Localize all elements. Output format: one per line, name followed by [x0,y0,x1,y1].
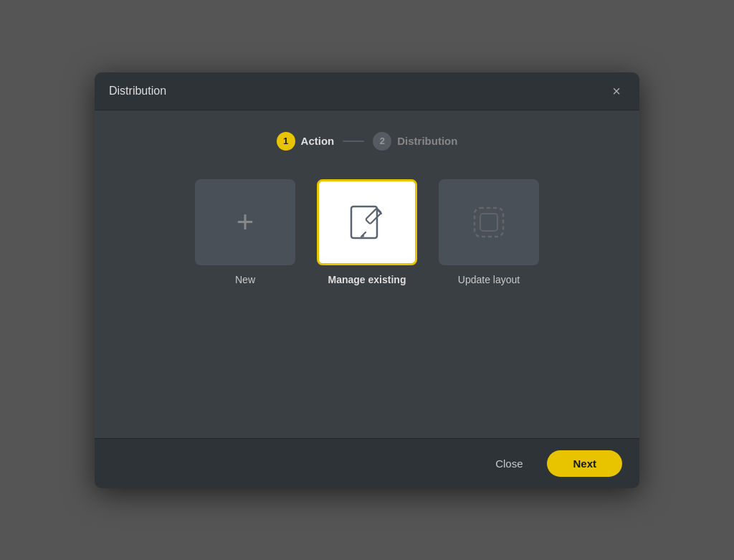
svg-rect-5 [480,214,497,231]
card-update-layout-box [439,179,539,265]
card-update-layout-label: Update layout [458,274,520,285]
step-2-number: 2 [373,132,391,151]
stepper: 1 Action 2 Distribution [123,132,611,151]
card-manage-existing[interactable]: Manage existing [317,179,417,285]
next-button[interactable]: Next [547,450,622,477]
card-new[interactable]: + New [195,179,295,285]
card-manage-existing-label: Manage existing [328,274,406,285]
close-button[interactable]: Close [481,450,537,477]
svg-line-2 [378,211,381,214]
step-2-label: Distribution [397,135,457,147]
modal-title: Distribution [109,85,166,98]
step-divider [343,141,364,142]
modal-header: Distribution × [95,72,639,110]
card-manage-existing-box [317,179,417,265]
edit-icon [345,201,389,244]
svg-line-3 [363,232,366,235]
action-cards: + New Manage existing [123,179,611,285]
distribution-modal: Distribution × 1 Action 2 Distribution + [95,72,639,488]
card-update-layout[interactable]: Update layout [439,179,539,285]
plus-icon: + [237,207,254,237]
card-new-box: + [195,179,295,265]
step-2: 2 Distribution [373,132,457,151]
update-layout-icon [467,201,510,244]
modal-footer: Close Next [95,438,639,488]
step-1-label: Action [301,135,335,147]
modal-body: 1 Action 2 Distribution + New [95,110,639,438]
card-new-label: New [235,274,255,285]
modal-close-button[interactable]: × [608,82,625,100]
step-1-number: 1 [277,132,295,151]
svg-rect-4 [475,208,503,237]
step-1: 1 Action [277,132,335,151]
